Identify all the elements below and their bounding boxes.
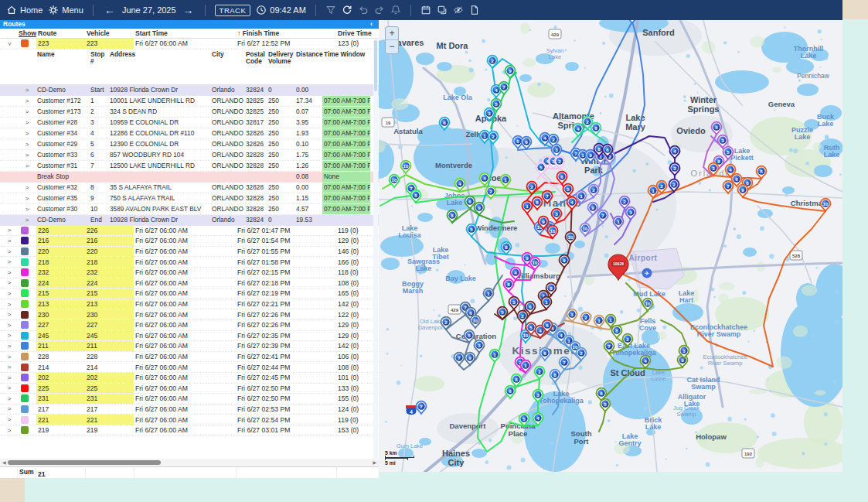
stop-row[interactable]: >Customer #29512390 E COLONIAL DRORLANDO…: [0, 139, 379, 150]
expand-route-icon[interactable]: >: [0, 384, 17, 394]
route-row[interactable]: >245245Fri 6/27 06:00 AMFri 6/27 02:35 P…: [0, 331, 379, 342]
scrollbar-thumb[interactable]: [8, 460, 161, 465]
expand-route-icon[interactable]: >: [0, 299, 17, 309]
vehicle-column-header[interactable]: Vehicle: [85, 29, 134, 37]
expand-stop-icon[interactable]: >: [17, 161, 36, 171]
expand-route-icon[interactable]: >: [0, 247, 17, 257]
visibility-icon[interactable]: [453, 5, 464, 15]
zoom-in-button[interactable]: +: [386, 27, 398, 40]
route-visibility-checkbox[interactable]: [17, 226, 36, 236]
expand-route-icon[interactable]: >: [0, 352, 17, 362]
route-row[interactable]: >231231Fri 6/27 06:00 AMFri 6/27 02:50 P…: [0, 394, 379, 405]
route-visibility-checkbox[interactable]: [17, 394, 36, 404]
route-row[interactable]: >202202Fri 6/27 06:00 AMFri 6/27 02:45 P…: [0, 373, 379, 384]
zoom-out-button[interactable]: −: [386, 40, 398, 53]
stop-row[interactable]: >CD-DemoStart10928 Florida Crown DrOrlan…: [0, 85, 379, 96]
expand-route-icon[interactable]: >: [0, 320, 17, 330]
route-visibility-checkbox[interactable]: [17, 425, 36, 435]
route-visibility-checkbox[interactable]: [17, 362, 36, 372]
route-row[interactable]: >216216Fri 6/27 06:00 AMFri 6/27 01:54 P…: [0, 236, 379, 247]
route-row[interactable]: >228228Fri 6/27 06:00 AMFri 6/27 02:41 P…: [0, 352, 379, 363]
expand-stop-icon[interactable]: >: [17, 193, 36, 203]
stop-row[interactable]: >Customer #359750 S ALAFAYA TRAILORLANDO…: [0, 193, 379, 204]
expand-route-icon[interactable]: >: [0, 236, 17, 246]
stop-row[interactable]: >Customer #28310959 E COLONIAL DRORLANDO…: [0, 118, 379, 128]
calendar-icon[interactable]: [420, 5, 431, 15]
route-visibility-checkbox[interactable]: [17, 331, 36, 341]
date-back-button[interactable]: ←: [103, 4, 117, 16]
route-visibility-checkbox[interactable]: [17, 247, 36, 257]
time-display[interactable]: 09:42 AM: [256, 5, 305, 15]
expand-route-icon[interactable]: >: [0, 331, 17, 341]
route-visibility-checkbox[interactable]: [17, 352, 36, 362]
route-row[interactable]: >227227Fri 6/27 06:00 AMFri 6/27 02:26 P…: [0, 320, 379, 331]
date-forward-button[interactable]: →: [182, 4, 196, 16]
filter-icon[interactable]: [325, 5, 336, 15]
finish-time-column-header[interactable]: ↑ Finish Time: [236, 29, 336, 37]
expand-stop-icon[interactable]: >: [17, 139, 36, 149]
vertical-scrollbar[interactable]: [373, 39, 378, 459]
route-row[interactable]: >218218Fri 6/27 06:00 AMFri 6/27 01:58 P…: [0, 257, 379, 268]
start-time-column-header[interactable]: Start Time: [134, 29, 236, 37]
track-button[interactable]: TRACK: [215, 5, 251, 16]
map-canvas[interactable]: 429194192528429417TavaresMt DoraSanfordT…: [379, 20, 842, 472]
stop-row[interactable]: >Customer #336857 WOODBURY RD 104ORLANDO…: [0, 150, 379, 161]
home-button[interactable]: Home: [6, 5, 43, 15]
undo-icon[interactable]: [358, 5, 369, 15]
route-visibility-checkbox[interactable]: [17, 39, 36, 49]
stop-row[interactable]: >Customer #1732324 S DEAN RDORLANDO32825…: [0, 107, 379, 118]
route-column-header[interactable]: Route: [36, 29, 85, 37]
expand-route-icon[interactable]: >: [0, 268, 17, 278]
drive-time-column-header[interactable]: Drive Time: [336, 29, 379, 37]
route-row[interactable]: >215215Fri 6/27 06:00 AMFri 6/27 02:19 P…: [0, 289, 379, 299]
map-zoom-control[interactable]: + −: [385, 26, 399, 54]
route-visibility-checkbox[interactable]: [17, 341, 36, 351]
stop-row[interactable]: >Customer #32835 S ALAFAYA TRAILORLANDO3…: [0, 183, 379, 193]
expand-stop-icon[interactable]: >: [17, 183, 36, 193]
expand-route-icon[interactable]: >: [0, 257, 17, 267]
expand-route-icon[interactable]: >: [0, 341, 17, 351]
document-icon[interactable]: [469, 5, 480, 15]
route-row[interactable]: >217217Fri 6/27 06:00 AMFri 6/27 02:53 P…: [0, 405, 379, 415]
route-row[interactable]: >225225Fri 6/27 06:00 AMFri 6/27 02:50 P…: [0, 384, 379, 394]
layers-icon[interactable]: [437, 5, 448, 15]
route-visibility-checkbox[interactable]: [17, 268, 36, 278]
expand-route-icon[interactable]: >: [0, 226, 17, 236]
date-label[interactable]: June 27, 2025: [122, 5, 176, 15]
route-visibility-checkbox[interactable]: [17, 289, 36, 299]
route-row[interactable]: >223223Fri 6/27 06:00 AMFri 6/27 12:52 P…: [0, 39, 379, 50]
route-visibility-checkbox[interactable]: [17, 278, 36, 289]
route-visibility-checkbox[interactable]: [17, 320, 36, 330]
route-row[interactable]: >226226Fri 6/27 06:00 AMFri 6/27 01:47 P…: [0, 226, 379, 237]
expand-route-icon[interactable]: >: [0, 394, 17, 404]
route-visibility-checkbox[interactable]: [17, 257, 36, 267]
expand-route-icon[interactable]: >: [0, 415, 17, 425]
stop-row[interactable]: >CD-DemoEnd10928 Florida Crown DrOrlando…: [0, 215, 379, 226]
routes-panel-header[interactable]: Routes ‹: [0, 20, 379, 29]
route-visibility-checkbox[interactable]: [17, 373, 36, 383]
expand-stop-icon[interactable]: >: [17, 128, 36, 138]
route-row[interactable]: >221221Fri 6/27 06:00 AMFri 6/27 02:54 P…: [0, 415, 379, 425]
menu-button[interactable]: Menu: [48, 5, 83, 15]
refresh-icon[interactable]: [342, 5, 352, 15]
expand-stop-icon[interactable]: >: [17, 96, 36, 106]
stop-row[interactable]: >Customer #34412286 E COLONIAL DR #110OR…: [0, 128, 379, 139]
show-column-header[interactable]: Show: [17, 29, 36, 37]
route-visibility-checkbox[interactable]: [17, 384, 36, 394]
route-row[interactable]: >230230Fri 6/27 06:00 AMFri 6/27 02:26 P…: [0, 309, 379, 320]
collapse-panel-icon[interactable]: ‹: [370, 20, 373, 28]
redo-icon[interactable]: [374, 5, 385, 15]
expand-stop-icon[interactable]: >: [17, 118, 36, 128]
route-visibility-checkbox[interactable]: [17, 405, 36, 415]
route-row[interactable]: >214214Fri 6/27 06:00 AMFri 6/27 02:44 P…: [0, 362, 379, 373]
horizontal-scrollbar[interactable]: ◀ ▶: [0, 459, 379, 466]
route-visibility-checkbox[interactable]: [17, 309, 36, 319]
stop-row[interactable]: >Customer #31712500 LAKE UNDERHILL RDORL…: [0, 161, 379, 172]
route-row[interactable]: >213213Fri 6/27 06:00 AMFri 6/27 02:21 P…: [0, 299, 379, 310]
route-row[interactable]: >219219Fri 6/27 06:00 AMFri 6/27 03:01 P…: [0, 425, 379, 436]
route-visibility-checkbox[interactable]: [17, 236, 36, 246]
route-visibility-checkbox[interactable]: [17, 299, 36, 309]
stop-row[interactable]: >Customer #30103589 AVALON PARK EAST BLV…: [0, 204, 379, 215]
expand-route-icon[interactable]: >: [0, 278, 17, 289]
expand-route-icon[interactable]: >: [0, 425, 17, 435]
